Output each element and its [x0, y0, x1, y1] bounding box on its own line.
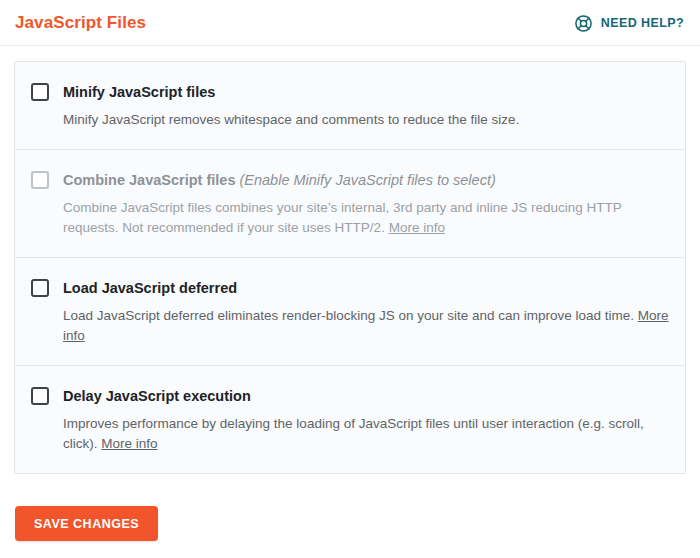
setting-label-text: Combine JavaScript files — [63, 172, 235, 188]
setting-row-delay-js: Delay JavaScript execution Improves perf… — [15, 365, 685, 473]
combine-js-description: Combine JavaScript files combines your s… — [63, 198, 669, 238]
minify-js-label[interactable]: Minify JavaScript files — [63, 83, 669, 102]
save-changes-button[interactable]: SAVE CHANGES — [15, 506, 158, 541]
delay-js-checkbox[interactable] — [31, 387, 49, 405]
setting-description-text: Load JavaScript deferred eliminates rend… — [63, 308, 634, 323]
page-header: JavaScript Files NEED HELP? — [0, 0, 700, 46]
javascript-settings-card: Minify JavaScript files Minify JavaScrip… — [14, 61, 686, 474]
delay-js-label[interactable]: Delay JavaScript execution — [63, 387, 669, 406]
combine-js-label: Combine JavaScript files (Enable Minify … — [63, 171, 669, 190]
setting-row-defer-js: Load JavaScript deferred Load JavaScript… — [15, 257, 685, 365]
setting-body: Minify JavaScript files Minify JavaScrip… — [63, 83, 669, 130]
more-info-link[interactable]: More info — [101, 436, 157, 451]
need-help-link[interactable]: NEED HELP? — [574, 14, 684, 33]
defer-js-checkbox[interactable] — [31, 279, 49, 297]
minify-js-checkbox[interactable] — [31, 83, 49, 101]
setting-row-minify-js: Minify JavaScript files Minify JavaScrip… — [15, 62, 685, 149]
setting-description-text: Combine JavaScript files combines your s… — [63, 200, 622, 235]
combine-js-checkbox[interactable] — [31, 171, 49, 189]
defer-js-description: Load JavaScript deferred eliminates rend… — [63, 306, 669, 346]
defer-js-label[interactable]: Load JavaScript deferred — [63, 279, 669, 298]
setting-body: Delay JavaScript execution Improves perf… — [63, 387, 669, 454]
setting-description-text: Minify JavaScript removes whitespace and… — [63, 112, 519, 127]
setting-row-combine-js: Combine JavaScript files (Enable Minify … — [15, 149, 685, 257]
delay-js-description: Improves performance by delaying the loa… — [63, 414, 669, 454]
minify-js-description: Minify JavaScript removes whitespace and… — [63, 110, 669, 130]
setting-body: Combine JavaScript files (Enable Minify … — [63, 171, 669, 238]
need-help-label: NEED HELP? — [601, 16, 684, 30]
more-info-link[interactable]: More info — [389, 220, 445, 235]
page-title: JavaScript Files — [15, 13, 146, 33]
setting-label-text: Minify JavaScript files — [63, 84, 215, 100]
setting-label-text: Delay JavaScript execution — [63, 388, 251, 404]
setting-body: Load JavaScript deferred Load JavaScript… — [63, 279, 669, 346]
setting-label-text: Load JavaScript deferred — [63, 280, 237, 296]
lifebuoy-icon — [574, 14, 593, 33]
setting-label-suffix: (Enable Minify JavaScript files to selec… — [239, 172, 495, 188]
